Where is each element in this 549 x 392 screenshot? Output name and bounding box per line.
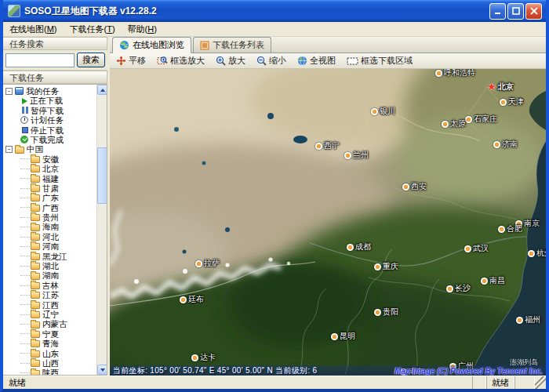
tree-node-province[interactable]: 辽宁 xyxy=(3,310,107,319)
tree-node-province[interactable]: 山西 xyxy=(3,358,107,368)
tree-node-scheduled[interactable]: 计划任务 xyxy=(3,115,107,125)
minimize-button[interactable] xyxy=(489,3,506,20)
scrollbar-thumb[interactable] xyxy=(97,147,107,204)
globe-icon xyxy=(119,40,129,50)
pan-button[interactable]: 平移 xyxy=(116,55,146,67)
tree-connector xyxy=(20,188,30,189)
tree-node-province[interactable]: 吉林 xyxy=(3,281,107,290)
zoom-in-button[interactable]: 放大 xyxy=(216,55,245,67)
tree-node-province[interactable]: 宁夏 xyxy=(3,329,107,339)
tree-node-my-tasks[interactable]: - 我的任务 xyxy=(3,86,107,96)
minimize-icon xyxy=(494,7,502,15)
tree-node-province[interactable]: 广东 xyxy=(3,193,107,202)
collapse-icon[interactable]: - xyxy=(5,88,13,95)
tab-online-map-browse[interactable]: 在线地图浏览 xyxy=(112,37,191,53)
folder-icon xyxy=(31,311,40,318)
tree-node-province[interactable]: 福建 xyxy=(3,174,107,183)
full-extent-button[interactable]: 全视图 xyxy=(297,55,336,67)
tree-node-province[interactable]: 青海 xyxy=(3,339,107,348)
tree-node-province[interactable]: 江苏 xyxy=(3,290,107,299)
menu-label: 帮助( xyxy=(128,24,148,34)
maximize-button[interactable] xyxy=(507,3,524,20)
tree-node-province[interactable]: 北京 xyxy=(3,164,107,173)
scroll-up-icon[interactable] xyxy=(97,85,107,95)
tree-node-province[interactable]: 河南 xyxy=(3,241,107,251)
city-dot-icon xyxy=(435,70,442,77)
tab-download-task-list[interactable]: 下载任务列表 xyxy=(193,37,271,53)
collapse-icon[interactable]: - xyxy=(5,146,13,153)
check-icon xyxy=(20,136,28,143)
folder-icon xyxy=(31,331,40,338)
city-dot-icon xyxy=(371,108,378,115)
tree-node-province[interactable]: 内蒙古 xyxy=(3,319,107,328)
close-button[interactable] xyxy=(525,3,542,20)
tree-node-label: 河南 xyxy=(42,241,59,251)
city-dot-icon xyxy=(442,121,449,128)
city-dot-icon xyxy=(464,245,471,252)
tree-node-label: 辽宁 xyxy=(42,310,59,319)
select-download-region-icon xyxy=(347,56,358,66)
city-marker: 昆明 xyxy=(331,331,355,342)
city-marker: 太原 xyxy=(442,118,466,129)
tree-node-label: 中国 xyxy=(27,144,43,154)
tool-label: 缩小 xyxy=(269,55,286,67)
search-panel-header: 任务搜索 xyxy=(3,37,107,50)
tree-node-province[interactable]: 黑龙江 xyxy=(3,252,107,261)
select-download-region-button[interactable]: 框选下载区域 xyxy=(347,55,413,67)
map-copyright: Map Image (C) Powered By Tencent Inc. xyxy=(394,367,543,376)
task-tree: - 我的任务 正在下载 暂停下载 计划任务 停 xyxy=(3,84,107,376)
menu-help[interactable]: 帮助(H) xyxy=(122,22,163,37)
tree-node-label: 甘肃 xyxy=(42,183,59,193)
tree-node-province[interactable]: 河北 xyxy=(3,232,107,241)
folder-icon xyxy=(31,321,40,328)
box-zoom-in-button[interactable]: 框选放大 xyxy=(157,55,205,67)
tree-node-province[interactable]: 陕西 xyxy=(3,368,107,376)
tool-label: 框选下载区域 xyxy=(361,55,413,67)
city-marker: 杭州 xyxy=(528,248,546,259)
city-marker: 兰州 xyxy=(344,150,369,161)
close-icon xyxy=(530,7,538,15)
tree-node-province[interactable]: 山东 xyxy=(3,349,107,358)
city-marker: 银川 xyxy=(371,106,395,117)
tree-node-paused[interactable]: 暂停下载 xyxy=(3,106,107,115)
tree-scrollbar[interactable] xyxy=(96,85,107,375)
city-dot-icon xyxy=(528,250,535,257)
zoom-out-button[interactable]: 缩小 xyxy=(256,55,286,67)
download-tasks-header: 下载任务 xyxy=(3,71,107,84)
tree-node-china[interactable]: - 中国 xyxy=(3,144,107,154)
app-icon xyxy=(8,5,20,17)
city-marker: 廷布 xyxy=(180,294,204,305)
menubar: 在线地图(M) 下载任务(T) 帮助(H) xyxy=(3,22,546,37)
city-marker: 天津 xyxy=(500,96,524,107)
search-input[interactable] xyxy=(5,53,75,67)
tree-node-label: 河北 xyxy=(42,232,59,241)
tree-node-province[interactable]: 湖北 xyxy=(3,261,107,270)
city-dot-icon xyxy=(465,116,472,123)
folder-icon xyxy=(31,243,40,250)
tree-node-province[interactable]: 湖南 xyxy=(3,270,107,280)
tree-node-completed[interactable]: 下载完成 xyxy=(3,135,107,144)
titlebar[interactable]: SOSO卫星地图下载器 v12.28.2 xyxy=(3,0,546,22)
tree-connector xyxy=(20,227,30,227)
tree-node-province[interactable]: 广西 xyxy=(3,203,107,212)
menu-download-tasks[interactable]: 下载任务(T) xyxy=(64,22,122,37)
folder-icon xyxy=(31,360,40,367)
city-label: 武汉 xyxy=(473,243,489,254)
menu-online-map[interactable]: 在线地图(M) xyxy=(3,22,64,37)
tree-connector xyxy=(20,363,30,364)
tree-node-province[interactable]: 江西 xyxy=(3,300,107,310)
tree-node-province[interactable]: 贵州 xyxy=(3,212,107,222)
tree-node-stopped[interactable]: 停止下载 xyxy=(3,125,107,135)
tree-node-downloading[interactable]: 正在下载 xyxy=(3,96,107,105)
tree-node-province[interactable]: 安徽 xyxy=(3,154,107,164)
scroll-down-icon[interactable] xyxy=(97,365,107,375)
current-coordinates: 当前坐标: 105° 00' 50.74" E 45° 00' 5.00" N … xyxy=(110,365,317,376)
tree-node-label: 湖北 xyxy=(42,261,59,270)
tree-node-province[interactable]: 海南 xyxy=(3,222,107,231)
menu-accel: T xyxy=(107,24,112,34)
satellite-map[interactable]: ★ 北京 呼和浩特 天津 xyxy=(110,69,546,376)
search-button[interactable]: 搜索 xyxy=(77,53,105,67)
tree-connector xyxy=(20,178,30,179)
tree-node-province[interactable]: 甘肃 xyxy=(3,183,107,193)
resize-grip-icon[interactable] xyxy=(535,376,546,389)
